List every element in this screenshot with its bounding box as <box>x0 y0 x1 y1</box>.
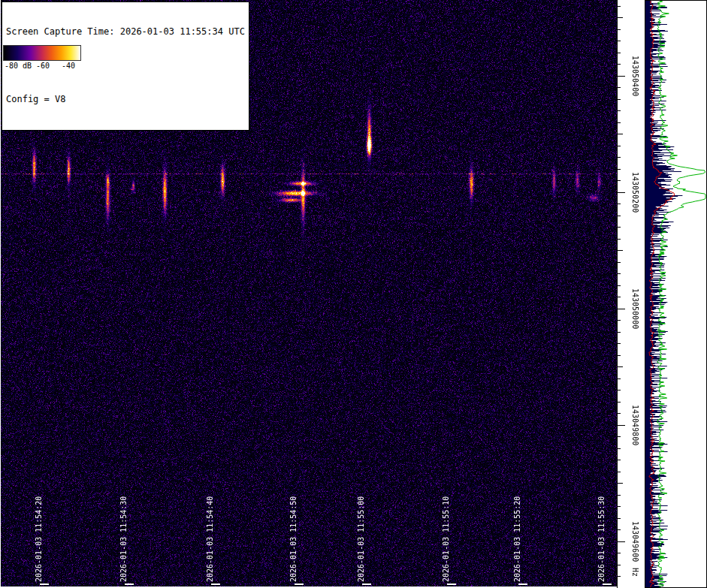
config-text: Config = V8 <box>6 94 245 105</box>
legend-label-min: -80 dB <box>5 62 32 70</box>
legend-label-max: -40 <box>62 62 75 70</box>
db-color-legend: -80 dB -60 -40 <box>3 45 81 71</box>
color-gradient-bar <box>3 45 81 61</box>
frequency-tick-label: 143050400 <box>631 56 639 96</box>
meteor-scatter-display: 2026-01-03 11:54:202026-01-03 11:54:3020… <box>0 0 707 588</box>
legend-labels: -80 dB -60 -40 <box>3 61 81 71</box>
frequency-axis: Hz 1430504001430502001430500001430498001… <box>617 0 645 588</box>
frequency-tick-label: 143050000 <box>631 288 639 329</box>
legend-label-mid: -60 <box>36 62 50 70</box>
frequency-tick-label: 143049800 <box>631 405 639 445</box>
frequency-tick-label: 143050200 <box>631 172 639 213</box>
spectrum-panel <box>645 0 707 588</box>
frequency-unit-label: Hz <box>631 568 639 577</box>
capture-time-text: Screen Capture Time: 2026-01-03 11:55:34… <box>6 26 245 38</box>
frequency-tick-label: 143049600 <box>631 521 639 562</box>
